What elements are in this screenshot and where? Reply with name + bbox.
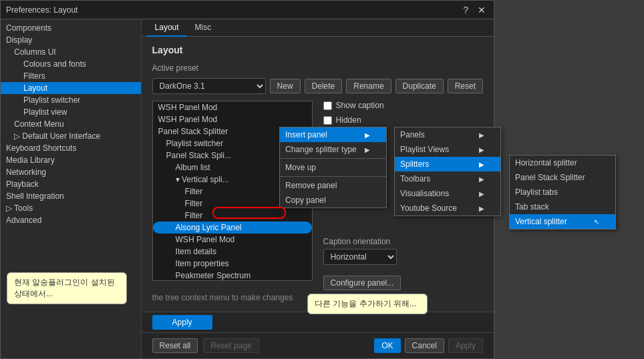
- titlebar-buttons: ? ✕: [460, 5, 488, 15]
- playlist-tabs-item[interactable]: Playlist tabs: [510, 185, 615, 200]
- panels-item[interactable]: Panels ▶: [395, 127, 500, 142]
- playlist-views-arrow: ▶: [479, 146, 484, 153]
- vertical-splitter-item[interactable]: Vertical splitter ↖: [510, 214, 615, 229]
- sidebar-item[interactable]: Playback: [1, 178, 141, 190]
- sidebar-item[interactable]: Keyboard Shortcuts: [1, 142, 141, 154]
- panel-list-item[interactable]: Item properties: [153, 258, 312, 270]
- change-splitter-type-item[interactable]: Change splitter type ▶: [280, 142, 386, 157]
- rename-button[interactable]: Rename: [346, 79, 391, 93]
- reset-page-button[interactable]: Reset page: [203, 338, 259, 353]
- tab-stack-item[interactable]: Tab stack: [510, 200, 615, 214]
- splitters-arrow: ▶: [479, 161, 484, 168]
- configure-panel-button[interactable]: Configure panel...: [323, 276, 401, 290]
- tab-misc[interactable]: Misc: [187, 19, 220, 37]
- cancel-button[interactable]: Cancel: [405, 338, 444, 353]
- show-caption-checkbox[interactable]: [323, 101, 332, 110]
- new-button[interactable]: New: [270, 79, 301, 93]
- cursor-indicator: ↖: [594, 218, 599, 226]
- panel-list-item[interactable]: Filter: [153, 210, 312, 222]
- sidebar-item[interactable]: Columns UI: [1, 46, 141, 58]
- help-button[interactable]: ?: [460, 5, 471, 15]
- context-menu-level2: Panels ▶ Playlist Views ▶ Splitters ▶ To…: [394, 127, 501, 216]
- context-menu-level3: Horizontal splitter Panel Stack Splitter…: [509, 155, 616, 230]
- preset-control-row: DarkOne 3.1 New Delete Rename Duplicate …: [152, 78, 483, 94]
- delete-button[interactable]: Delete: [305, 79, 343, 93]
- preset-label: Active preset: [152, 63, 212, 73]
- hidden-row: Hidden: [323, 115, 483, 125]
- apply-bar: Apply: [142, 312, 494, 332]
- panel-list-item[interactable]: WSH Panel Mod: [153, 101, 312, 113]
- panels-arrow: ▶: [479, 131, 484, 139]
- bottom-right-buttons: OK Cancel Apply: [374, 338, 483, 353]
- sidebar-item[interactable]: Networking: [1, 166, 141, 178]
- toolbars-item[interactable]: Toolbars ▶: [395, 171, 500, 186]
- panel-list-item[interactable]: Alsong Lyric Panel: [153, 222, 312, 234]
- remove-panel-item[interactable]: Remove panel: [280, 178, 386, 193]
- hidden-checkbox[interactable]: [323, 116, 332, 125]
- sidebar-item[interactable]: Filters: [1, 70, 141, 82]
- apply-button[interactable]: Apply: [152, 315, 212, 330]
- bottom-bar: Reset all Reset page OK Cancel Apply: [142, 332, 494, 358]
- copy-panel-item[interactable]: Copy panel: [280, 193, 386, 208]
- preset-select[interactable]: DarkOne 3.1: [152, 78, 266, 94]
- sidebar-item[interactable]: Colours and fonts: [1, 58, 141, 70]
- hidden-label: Hidden: [336, 115, 361, 125]
- panel-stack-item[interactable]: Panel Stack Splitter: [510, 170, 615, 185]
- sidebar-item[interactable]: Context Menu: [1, 118, 141, 130]
- sidebar-item[interactable]: Display: [1, 34, 141, 46]
- panel-list-item[interactable]: Item details: [153, 246, 312, 258]
- show-caption-row: Show caption: [323, 101, 483, 110]
- sidebar: ComponentsDisplayColumns UIColours and f…: [1, 19, 142, 358]
- show-caption-label: Show caption: [336, 101, 384, 110]
- sidebar-item[interactable]: ▷ Default User Interface: [1, 130, 141, 142]
- window-title: Preferences: Layout: [6, 5, 77, 15]
- duplicate-button[interactable]: Duplicate: [395, 79, 444, 93]
- panel-list-item[interactable]: WSH Panel Mod: [153, 234, 312, 246]
- reset-all-button[interactable]: Reset all: [152, 338, 198, 353]
- sidebar-item[interactable]: Layout: [1, 82, 141, 94]
- layout-title: Layout: [152, 45, 483, 55]
- caption-orientation-label: Caption orientation: [323, 237, 483, 246]
- tabs-bar: Layout Misc: [142, 19, 494, 37]
- close-button[interactable]: ✕: [475, 5, 488, 15]
- tab-layout[interactable]: Layout: [147, 19, 187, 37]
- visualisations-item[interactable]: Visualisations ▶: [395, 186, 500, 201]
- titlebar: Preferences: Layout ? ✕: [1, 1, 494, 19]
- splitters-item[interactable]: Splitters ▶: [395, 157, 500, 171]
- sidebar-item[interactable]: Playlist view: [1, 106, 141, 118]
- preset-row: Active preset: [152, 63, 483, 73]
- context-menu-level1: Insert panel ▶ Change splitter type ▶ Mo…: [279, 127, 387, 208]
- move-up-item[interactable]: Move up: [280, 160, 386, 175]
- change-splitter-arrow: ▶: [365, 146, 370, 153]
- caption-orientation-select[interactable]: Horizontal: [323, 249, 397, 265]
- apply-button-bottom[interactable]: Apply: [448, 338, 483, 353]
- youtube-source-arrow: ▶: [479, 205, 484, 212]
- sidebar-item[interactable]: Advanced: [1, 214, 141, 226]
- separator1: [280, 158, 386, 159]
- sidebar-item[interactable]: Media Library: [1, 154, 141, 166]
- toolbars-arrow: ▶: [479, 175, 484, 183]
- sidebar-item[interactable]: Shell Integration: [1, 190, 141, 202]
- insert-panel-item[interactable]: Insert panel ▶: [280, 127, 386, 142]
- panel-list-item[interactable]: WSH Panel Mod: [153, 113, 312, 125]
- sidebar-item[interactable]: ▷ Tools: [1, 202, 141, 214]
- separator2: [280, 176, 386, 177]
- horizontal-splitter-item[interactable]: Horizontal splitter: [510, 155, 615, 170]
- reset-button[interactable]: Reset: [448, 79, 483, 93]
- bottom-left-buttons: Reset all Reset page: [152, 338, 259, 353]
- insert-panel-arrow: ▶: [365, 131, 370, 139]
- playlist-views-item[interactable]: Playlist Views ▶: [395, 142, 500, 157]
- sidebar-item[interactable]: Components: [1, 22, 141, 34]
- youtube-source-item[interactable]: Youtube Source ▶: [395, 201, 500, 216]
- sidebar-item[interactable]: Playlist switcher: [1, 94, 141, 106]
- visualisations-arrow: ▶: [479, 190, 484, 198]
- panel-list-item[interactable]: Peakmeter Spectrum: [153, 270, 312, 281]
- hint-text: the tree context menu to make changes: [152, 293, 483, 302]
- ok-button[interactable]: OK: [374, 338, 400, 353]
